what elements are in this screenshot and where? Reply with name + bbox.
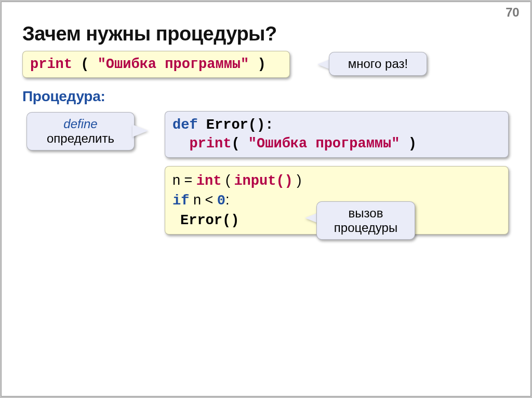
- callout-tail-define: [132, 125, 148, 137]
- slide-heading: Зачем нужны процедуры?: [22, 23, 277, 45]
- code-box-def: def Error(): print( "Ошибка программы" ): [165, 111, 509, 158]
- tok-str2: "Ошибка программы": [248, 136, 400, 152]
- callout-call: вызов процедуры: [316, 201, 415, 240]
- tok-lp: (: [72, 57, 98, 72]
- tok-rp2: ): [400, 136, 416, 152]
- tok-lp3: (: [221, 172, 234, 188]
- tok-rp: ): [249, 57, 265, 72]
- tok-lp2: (: [231, 136, 248, 152]
- tok-colon: :: [225, 192, 230, 208]
- callout-define-ru: определить: [47, 131, 114, 145]
- callout-define: define определить: [26, 112, 135, 150]
- tok-print: print: [30, 57, 72, 72]
- code-box-print: print ( "Ошибка программы" ): [22, 51, 290, 78]
- tok-errcall: Error(): [180, 213, 239, 228]
- tok-zero: 0: [217, 193, 225, 209]
- tok-if: if: [172, 193, 189, 209]
- tok-errname: Error():: [198, 117, 274, 133]
- tok-indent: [172, 136, 189, 152]
- tok-str: "Ошибка программы": [98, 57, 249, 72]
- tok-cond: n <: [189, 192, 217, 208]
- slide: 70 Зачем нужны процедуры? print ( "Ошибк…: [2, 2, 530, 396]
- tok-int: int: [196, 173, 222, 189]
- callout-call-l1: вызов: [349, 206, 383, 220]
- tok-neq: n =: [172, 172, 196, 188]
- subheading: Процедура:: [22, 88, 105, 105]
- tok-print2: print: [189, 136, 231, 152]
- callout-many-times: много раз!: [329, 52, 427, 76]
- tok-def: def: [172, 117, 198, 133]
- callout-call-l2: процедуры: [334, 221, 397, 235]
- tok-rp3: ): [293, 172, 302, 188]
- tok-indent2: [172, 212, 180, 227]
- callout-define-en: define: [63, 117, 97, 131]
- tok-input: input(): [234, 173, 292, 189]
- page-number: 70: [506, 5, 519, 20]
